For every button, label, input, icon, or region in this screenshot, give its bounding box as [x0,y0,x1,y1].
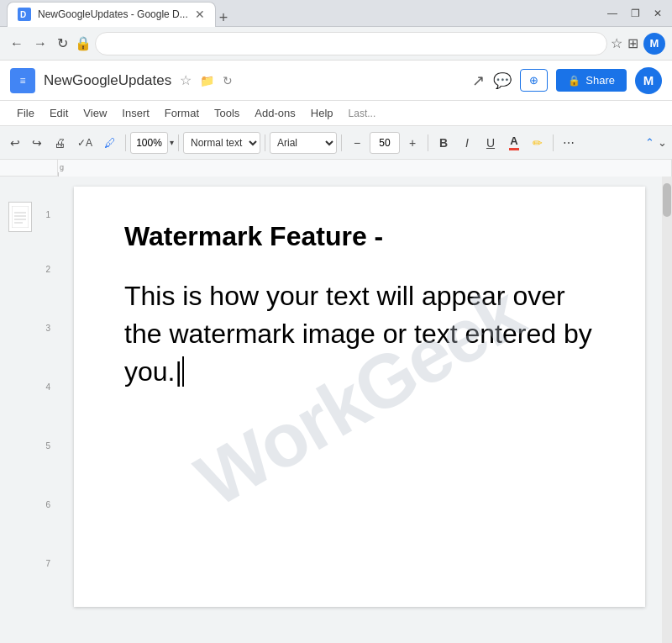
left-margin: 1 2 3 4 5 6 7 [0,177,57,643]
present-button-area: ⊕ [520,69,548,92]
refresh-button[interactable]: ↻ [54,32,71,55]
comment-icon[interactable]: 💬 [493,71,512,90]
page-thumb-icon [12,206,29,228]
present-icon: ⊕ [529,74,538,87]
new-tab-button[interactable]: + [219,9,228,27]
close-button[interactable]: ✕ [650,8,665,19]
doc-body[interactable]: This is how your text will appear over t… [124,277,595,390]
highlight-button[interactable]: ✏ [527,132,549,154]
docs-header: ≡ NewGoogleUpdates ☆ 📁 ↻ ↗ 💬 ⊕ 🔒 Share M [0,61,672,101]
text-color-icon: A [509,134,519,150]
bold-button[interactable]: B [433,132,454,154]
svg-rect-2 [58,160,671,177]
doc-body-text[interactable]: This is how your text will appear over t… [124,281,592,387]
scrollbar-thumb[interactable] [663,183,671,217]
title-bar-controls: — ❐ ✕ [604,8,665,19]
lock-icon: 🔒 [75,35,92,51]
doc-title[interactable]: NewGoogleUpdates [44,72,171,89]
share-button[interactable]: 🔒 Share [556,69,627,92]
text-color-bar [509,148,519,150]
tab-close-button[interactable]: ✕ [195,8,205,21]
user-avatar[interactable]: M [635,67,662,94]
document-page[interactable]: WorkGeek Watermark Feature - This is how… [74,187,645,607]
restore-button[interactable]: ❐ [627,8,643,19]
doc-heading[interactable]: Watermark Feature - [124,220,595,252]
forward-button[interactable]: → [30,33,50,55]
extensions-icon[interactable]: ⊞ [627,35,638,51]
address-bar: ← → ↻ 🔒 ☆ ⊞ M [0,27,672,61]
bookmark-star-icon[interactable]: ☆ [611,35,622,51]
page-num-5: 5 [45,441,50,451]
ruler-inner: g [57,160,672,177]
spellcheck-button[interactable]: ✓A [72,134,97,152]
svg-rect-5 [12,206,29,228]
divider-2 [178,134,179,151]
font-size-input[interactable] [370,132,400,154]
collapse-toolbar-button[interactable]: ⌄ [658,136,667,149]
decrease-font-button[interactable]: − [346,132,368,154]
tab-title: NewGoogleUpdates - Google D... [38,8,188,20]
minimize-button[interactable]: — [604,8,621,19]
font-select[interactable]: Arial [270,132,337,154]
underline-button[interactable]: U [480,132,501,154]
increase-font-button[interactable]: + [402,132,423,154]
ruler-svg: g [58,160,671,177]
share-label: Share [585,74,615,87]
url-input[interactable] [95,32,607,55]
zoom-control: ▾ [130,132,174,154]
page-num-1: 1 [45,210,50,219]
text-style-select[interactable]: Normal text Heading 1 Heading 2 [183,132,260,154]
docs-logo-icon: ≡ [19,75,25,87]
style-selector: Normal text Heading 1 Heading 2 [183,132,260,154]
font-selector: Arial [270,132,337,154]
profile-avatar[interactable]: M [643,33,665,55]
expand-toolbar-button[interactable]: ⌃ [645,136,654,149]
divider-3 [265,134,265,151]
menu-tools[interactable]: Tools [207,103,246,123]
page-num-3: 3 [45,324,50,333]
menu-insert[interactable]: Insert [115,103,156,123]
paint-format-button[interactable]: 🖊 [99,133,121,153]
title-bar-left: D NewGoogleUpdates - Google D... ✕ + [7,0,228,27]
menu-bar: File Edit View Insert Format Tools Add-o… [0,101,672,126]
menu-view[interactable]: View [76,103,113,123]
back-button[interactable]: ← [7,33,27,55]
tab-area: D NewGoogleUpdates - Google D... ✕ + [7,0,228,27]
last-edit-label: Last... [349,108,376,119]
folder-icon[interactable]: 📁 [200,74,214,87]
menu-format[interactable]: Format [158,103,206,123]
zoom-input[interactable] [130,132,168,154]
more-options-button[interactable]: ⋯ [558,132,580,154]
undo-button[interactable]: ↩ [5,133,25,153]
docs-logo: ≡ [10,68,35,93]
tab-favicon: D [18,8,31,21]
text-cursor: | [175,356,183,387]
toolbar: ↩ ↪ 🖨 ✓A 🖊 ▾ Normal text Heading 1 Headi… [0,126,672,160]
sync-icon[interactable]: ↻ [223,74,233,87]
divider-4 [341,134,342,151]
redo-button[interactable]: ↪ [27,133,47,153]
zoom-dropdown-icon[interactable]: ▾ [170,138,174,147]
divider-6 [553,134,554,151]
menu-edit[interactable]: Edit [43,103,75,123]
present-button[interactable]: ⊕ [520,69,548,92]
page-num-4: 4 [45,382,50,392]
menu-addons[interactable]: Add-ons [248,103,302,123]
italic-button[interactable]: I [456,132,478,154]
vertical-scrollbar[interactable] [662,177,672,643]
text-color-button[interactable]: A [503,132,525,154]
title-bar: D NewGoogleUpdates - Google D... ✕ + — ❐… [0,0,672,27]
divider-1 [125,134,126,151]
svg-text:g: g [60,163,64,171]
star-icon[interactable]: ☆ [180,72,192,88]
doc-content-area[interactable]: WorkGeek Watermark Feature - This is how… [57,177,662,643]
doc-area: 1 2 3 4 5 6 7 WorkGeek Watermark Feature… [0,177,672,643]
menu-file[interactable]: File [10,103,41,123]
print-button[interactable]: 🖨 [49,133,71,153]
page-num-6: 6 [45,500,50,509]
header-actions: ↗ 💬 ⊕ 🔒 Share M [472,67,662,94]
menu-help[interactable]: Help [304,103,340,123]
svg-text:D: D [20,10,26,19]
browser-tab[interactable]: D NewGoogleUpdates - Google D... ✕ [7,2,216,27]
activity-icon[interactable]: ↗ [472,71,485,90]
